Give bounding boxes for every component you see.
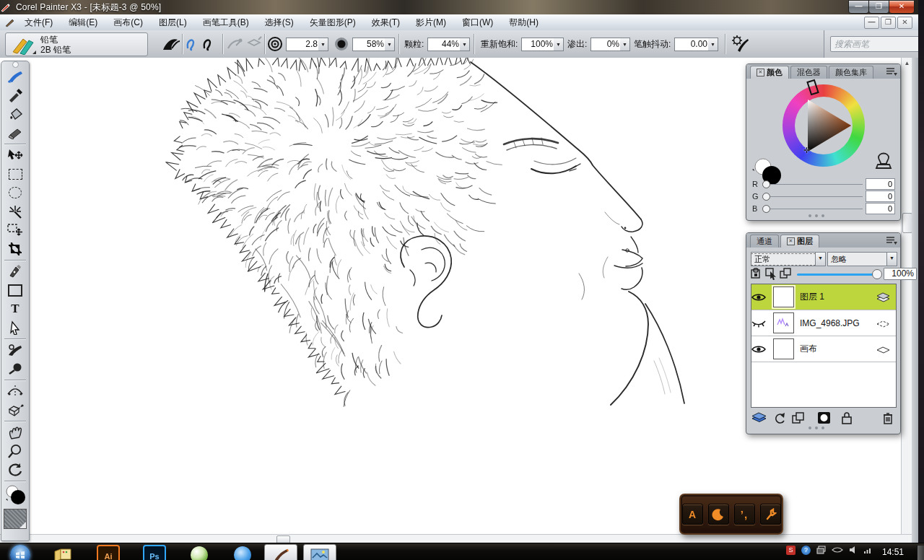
perspective-guides-icon[interactable]: [245, 35, 263, 53]
volume-icon[interactable]: [849, 546, 858, 554]
layer-row-layer1[interactable]: 图层 1: [751, 284, 896, 310]
color-swatches[interactable]: [1, 483, 29, 507]
advanced-brush-settings-icon[interactable]: [731, 35, 749, 53]
perspective-tool[interactable]: [1, 401, 29, 419]
brush-size-dropdown[interactable]: ▼: [318, 38, 328, 51]
stroke-preview-icon[interactable]: [162, 35, 180, 53]
painter-taskbar-button[interactable]: [264, 544, 297, 560]
grabber-hand-tool[interactable]: [1, 423, 29, 442]
panel-resize-dots[interactable]: [808, 214, 824, 217]
grain-value[interactable]: 44%: [427, 38, 462, 51]
palette-moon-button[interactable]: [708, 504, 729, 525]
layer-opacity-slider[interactable]: [797, 274, 878, 276]
paper-selector[interactable]: [1, 507, 29, 530]
tab-mixer[interactable]: 混色器: [790, 66, 827, 79]
tab-color[interactable]: ✕颜色: [750, 66, 789, 79]
browser-icon[interactable]: [232, 545, 253, 560]
bleed-value[interactable]: 0%: [590, 38, 622, 51]
align-to-path-icon[interactable]: [226, 35, 243, 53]
tab-channels[interactable]: 通道: [750, 235, 779, 248]
tab-layers[interactable]: ✕图层: [780, 235, 819, 248]
rect-select-tool[interactable]: [1, 165, 29, 183]
lasso-tool[interactable]: [1, 183, 29, 202]
layer-adjuster-tool[interactable]: [1, 146, 29, 165]
toolbox-grip[interactable]: [1, 61, 29, 67]
tray-window-icon[interactable]: [816, 546, 826, 554]
b-slider-knob[interactable]: [762, 205, 770, 213]
freehand-strokes-icon[interactable]: [186, 36, 201, 52]
layer-row-canvas[interactable]: 画布: [751, 336, 896, 362]
secondary-mode-select[interactable]: 忽略▼: [827, 252, 897, 266]
g-value[interactable]: 0: [866, 191, 895, 202]
visibility-eye-icon[interactable]: [751, 293, 773, 302]
r-slider-knob[interactable]: [762, 180, 770, 188]
color-set-stamp-icon[interactable]: [875, 151, 895, 171]
delete-layer-icon[interactable]: [883, 412, 893, 424]
menu-effects[interactable]: 效果(T): [364, 15, 408, 30]
jitter-dropdown[interactable]: ▼: [708, 38, 718, 51]
brush-size-value[interactable]: 2.8: [286, 38, 321, 51]
panel-resize-dots[interactable]: [808, 426, 824, 429]
r-value[interactable]: 0: [866, 178, 895, 190]
menu-edit[interactable]: 编辑(E): [61, 15, 105, 30]
network-icon[interactable]: [863, 546, 872, 554]
duplicate-layer-icon[interactable]: [792, 412, 806, 424]
new-layer-icon[interactable]: [772, 412, 787, 424]
pen-tool[interactable]: [1, 262, 29, 281]
panel-options-icon[interactable]: [886, 236, 897, 245]
grain-dropdown[interactable]: ▼: [460, 38, 470, 51]
tray-red-icon[interactable]: S: [786, 546, 796, 555]
layer-row-img4968[interactable]: IMG_4968.JPG: [751, 310, 896, 336]
show-desktop-button[interactable]: [917, 546, 924, 560]
selection-adjuster-tool[interactable]: [1, 221, 29, 240]
layer-name[interactable]: 画布: [800, 343, 876, 355]
mdi-close-button[interactable]: ✕: [897, 17, 912, 29]
layer-name[interactable]: IMG_4968.JPG: [800, 318, 876, 328]
menu-canvas[interactable]: 画布(C): [105, 15, 151, 30]
grouped-layers-icon[interactable]: [780, 268, 793, 280]
layer-thumbnail[interactable]: [773, 286, 794, 307]
palette-wrench-button[interactable]: [760, 504, 781, 525]
vertical-scroll-thumb[interactable]: [902, 213, 912, 233]
layer-name[interactable]: 图层 1: [800, 291, 876, 303]
paint-bucket-tool[interactable]: [1, 105, 29, 123]
g-slider-knob[interactable]: [762, 193, 770, 201]
scroll-up-arrow[interactable]: ▲: [902, 58, 912, 69]
menu-file[interactable]: 文件(F): [17, 15, 61, 30]
menu-layers[interactable]: 图层(L): [151, 15, 195, 30]
menu-movie[interactable]: 影片(M): [408, 15, 454, 30]
visibility-eye-closed-icon[interactable]: [751, 319, 773, 328]
mirror-painting-tool[interactable]: [1, 382, 29, 401]
layer-opacity-knob[interactable]: [872, 269, 882, 279]
resat-value[interactable]: 100%: [521, 38, 556, 51]
rect-shape-tool[interactable]: [1, 281, 29, 299]
menu-help[interactable]: 帮助(H): [501, 15, 546, 30]
visibility-eye-icon[interactable]: [751, 345, 773, 354]
b-value[interactable]: 0: [866, 203, 895, 214]
mdi-minimize-button[interactable]: —: [864, 17, 879, 29]
g-slider-track[interactable]: [770, 196, 863, 197]
illustrator-icon[interactable]: Ai: [97, 545, 120, 560]
magic-wand-tool[interactable]: [1, 202, 29, 221]
mdi-restore-button[interactable]: ❐: [881, 17, 896, 29]
brush-search-input[interactable]: 搜索画笔: [830, 36, 921, 52]
eraser-tool[interactable]: [1, 123, 29, 142]
panel-options-icon[interactable]: [886, 67, 897, 76]
layer-thumbnail[interactable]: [773, 312, 794, 333]
brush-selector[interactable]: 铅笔 2B 铅笔: [5, 32, 148, 56]
tab-color-sets[interactable]: 颜色集库: [829, 66, 873, 79]
close-button[interactable]: ✕: [889, 0, 915, 14]
tray-blue-icon[interactable]: ?: [801, 546, 811, 555]
resat-dropdown[interactable]: ▼: [554, 38, 564, 51]
clone-source-tool[interactable]: [1, 359, 29, 378]
menu-window[interactable]: 窗口(W): [454, 15, 501, 30]
crop-tool[interactable]: [1, 240, 29, 258]
sketchup-icon[interactable]: [189, 545, 209, 560]
text-tool[interactable]: T: [1, 299, 29, 318]
palette-a-button[interactable]: A: [682, 504, 703, 525]
shape-select-tool[interactable]: [1, 318, 29, 337]
menu-brushes[interactable]: 画笔工具(B): [195, 15, 257, 30]
preserve-transparency-icon[interactable]: [751, 268, 764, 280]
magnifier-tool[interactable]: [1, 442, 29, 460]
lock-layer-icon[interactable]: [841, 411, 853, 424]
